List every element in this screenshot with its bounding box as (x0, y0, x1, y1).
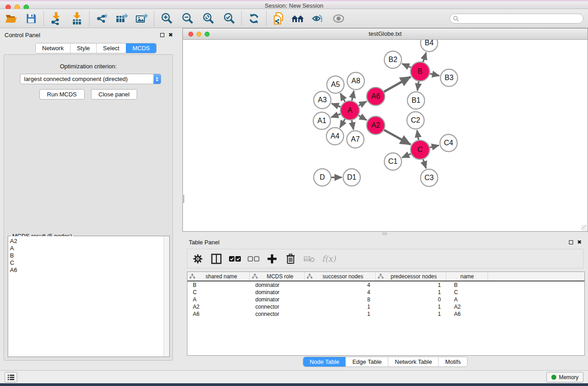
graph-node-label: B3 (445, 74, 454, 81)
result-item[interactable]: A6 (10, 267, 162, 274)
close-panel-icon[interactable]: ✖ (168, 33, 173, 37)
graph-edge-B-B4[interactable] (423, 52, 426, 62)
tab-network[interactable]: Network (36, 43, 70, 53)
graph-edge-A-A8[interactable] (352, 91, 354, 101)
show-graphics-icon[interactable] (331, 11, 346, 26)
graph-node-label: C3 (425, 174, 434, 181)
panel-divider-handle[interactable] (382, 233, 387, 235)
export-network-icon[interactable] (94, 11, 110, 26)
table-cell: 1 (376, 304, 446, 310)
open-session-icon[interactable] (4, 11, 19, 26)
add-column-icon[interactable] (266, 253, 278, 265)
graph-edge-B-B1[interactable] (417, 81, 419, 91)
network-window-titlebar[interactable]: testGlobe.txt (183, 29, 588, 40)
graph-edge-A-A7[interactable] (352, 120, 354, 130)
result-item[interactable]: B (10, 252, 162, 259)
memory-button[interactable]: Memory (546, 372, 583, 382)
graph-edge-C-C1[interactable] (402, 154, 411, 158)
tab-network-table[interactable]: Network Table (388, 357, 438, 367)
column-header[interactable]: successor nodes (305, 272, 376, 281)
save-session-icon[interactable] (24, 11, 39, 26)
graph-edge-A-A5[interactable] (340, 93, 345, 102)
tab-select[interactable]: Select (96, 43, 126, 53)
graph-edge-B-B2[interactable] (402, 64, 411, 68)
graph-edge-C-C2[interactable] (417, 130, 418, 140)
table-row[interactable]: Adominator80A (187, 296, 584, 303)
control-panel-tabs: Network Style Select MCDS (35, 43, 157, 53)
tab-mcds[interactable]: MCDS (126, 43, 156, 53)
network-canvas[interactable]: AA1A2A3A4A5A6A7A8BB1B2B3B4CC1C2C3C4DD1 (183, 40, 588, 231)
table-cell: dominator (250, 296, 305, 303)
table-cell: 1 (376, 289, 446, 295)
zoom-selected-icon[interactable] (221, 11, 237, 26)
graph-edge-A-A4[interactable] (340, 119, 345, 128)
graph-edge-A-A3[interactable] (332, 104, 341, 107)
refresh-icon[interactable] (246, 11, 262, 26)
graph-edge-A-A1[interactable] (331, 114, 341, 118)
gear-icon[interactable] (192, 253, 204, 265)
graph-edge-A-A6[interactable] (359, 101, 366, 106)
graph-edge-A2-C[interactable] (384, 130, 411, 144)
deselect-all-icon[interactable] (248, 253, 259, 265)
export-table-icon[interactable] (114, 11, 129, 26)
float-table-panel-icon[interactable] (569, 240, 573, 244)
toolbar-separator (266, 11, 267, 26)
run-mcds-button[interactable]: Run MCDS (39, 89, 85, 100)
column-header[interactable]: MCDS role (250, 272, 305, 281)
column-header[interactable]: predecessor nodes (376, 272, 446, 281)
zoom-fit-icon[interactable] (201, 11, 216, 26)
tab-edge-table[interactable]: Edge Table (345, 357, 388, 367)
app-title: Session: New Session (0, 2, 588, 9)
search-input[interactable] (449, 14, 583, 24)
column-header[interactable]: name (446, 272, 488, 281)
table-row[interactable]: Bdominator41B (187, 281, 584, 289)
graph-node-label: A3 (318, 96, 327, 104)
task-history-button[interactable] (5, 372, 17, 382)
graph-edge-C-C4[interactable] (430, 145, 439, 148)
result-scrollbar[interactable] (163, 236, 169, 357)
zoom-in-icon[interactable] (159, 11, 174, 26)
table-row[interactable]: A2connector11A2 (187, 303, 584, 310)
float-panel-icon[interactable] (160, 33, 164, 37)
table-cell: 8 (305, 296, 376, 303)
close-table-panel-icon[interactable]: ✖ (577, 240, 582, 244)
table-cell: A2 (446, 304, 488, 310)
graph-edge-B-B3[interactable] (430, 74, 439, 76)
delete-column-icon[interactable] (285, 253, 296, 265)
table-row[interactable]: A6connector11A6 (187, 310, 584, 318)
zoom-out-icon[interactable] (180, 11, 195, 26)
graph-edge-A6-B[interactable] (384, 77, 411, 92)
node-table: shared nameMCDS rolesuccessor nodesprede… (187, 272, 585, 356)
import-table-icon[interactable] (69, 11, 85, 26)
graph-node-label: A8 (351, 77, 360, 85)
resize-grip[interactable] (581, 225, 587, 231)
result-item[interactable]: A (10, 245, 162, 252)
import-network-icon[interactable] (48, 11, 64, 26)
export-image-icon[interactable] (134, 11, 149, 26)
column-layout-icon[interactable] (210, 253, 222, 265)
desktop-background (0, 383, 588, 386)
close-panel-button[interactable]: Close panel (91, 89, 138, 100)
select-all-icon[interactable] (229, 253, 241, 265)
optimization-criterion-select[interactable]: largest connected component (directed) (20, 74, 161, 84)
result-item[interactable]: C (10, 259, 162, 267)
toolbar-separator (89, 11, 90, 26)
hide-graphics-icon[interactable] (310, 11, 325, 26)
table-cell: 4 (305, 289, 376, 295)
tab-motifs[interactable]: Motifs (438, 357, 467, 367)
window-edge-handle[interactable] (182, 195, 184, 203)
function-builder-icon: f(x) (322, 254, 336, 263)
column-header[interactable]: shared name (187, 272, 250, 281)
tab-style[interactable]: Style (70, 43, 96, 53)
network-graph: AA1A2A3A4A5A6A7A8BB1B2B3B4CC1C2C3C4DD1 (183, 40, 588, 231)
graph-edge-A-A2[interactable] (359, 115, 367, 120)
duplicate-network-icon[interactable] (271, 11, 287, 26)
result-item[interactable]: A2 (10, 238, 162, 245)
table-row[interactable]: Cdominator41C (187, 289, 584, 296)
tab-node-table[interactable]: Node Table (303, 357, 346, 367)
table-toolbar: f(x) (187, 249, 583, 268)
graph-edge-C-C3[interactable] (423, 159, 426, 168)
home-icon[interactable] (290, 11, 306, 26)
graph-node-label: C1 (388, 157, 398, 165)
table-cell: A6 (446, 311, 488, 317)
